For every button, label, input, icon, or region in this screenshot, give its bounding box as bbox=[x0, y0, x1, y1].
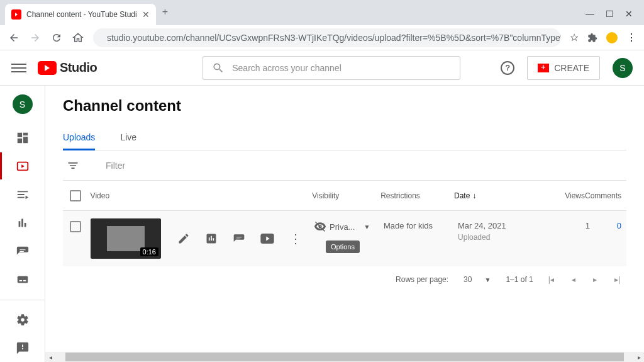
restrictions-cell: Made for kids bbox=[384, 221, 458, 230]
search-placeholder: Search across your channel bbox=[232, 63, 341, 73]
create-label: CREATE bbox=[554, 63, 589, 73]
window-controls: — ☐ ✕ bbox=[579, 9, 639, 25]
youtube-logo-icon bbox=[38, 61, 57, 75]
logo-text: Studio bbox=[60, 60, 97, 75]
extension-badge-icon[interactable] bbox=[606, 32, 618, 43]
next-page-icon[interactable]: ▸ bbox=[593, 275, 597, 284]
search-icon bbox=[212, 62, 225, 74]
col-comments: Comments bbox=[585, 191, 626, 200]
pagination: Rows per page: 30▼ 1–1 of 1 |◂ ◂ ▸ ▸| bbox=[63, 266, 626, 293]
sort-down-icon: ↓ bbox=[472, 191, 476, 200]
home-icon[interactable] bbox=[72, 31, 84, 44]
app-header: Studio Search across your channel ? CREA… bbox=[0, 50, 644, 86]
sidebar-item-dashboard[interactable] bbox=[0, 124, 45, 151]
youtube-watch-icon[interactable] bbox=[260, 234, 274, 244]
visibility-cell[interactable]: Priva... ▼ bbox=[314, 221, 384, 232]
table-header: Video Visibility Restrictions Date↓ View… bbox=[63, 181, 626, 211]
sidebar-item-feedback[interactable] bbox=[0, 335, 45, 362]
table-row[interactable]: 0:16 ⋮ Priva... ▼ Made for kids bbox=[63, 211, 626, 266]
tab-close-icon[interactable]: ✕ bbox=[142, 9, 150, 20]
create-video-icon bbox=[538, 64, 549, 72]
rows-per-page-label: Rows per page: bbox=[396, 275, 448, 284]
browser-tab[interactable]: Channel content - YouTube Studi ✕ bbox=[5, 4, 156, 25]
tab-uploads[interactable]: Uploads bbox=[63, 126, 95, 150]
filter-bar[interactable]: Filter bbox=[63, 150, 626, 181]
rows-per-page-select[interactable]: 30▼ bbox=[464, 275, 491, 284]
filter-label: Filter bbox=[106, 161, 125, 171]
back-icon[interactable] bbox=[8, 31, 20, 44]
forward-icon[interactable] bbox=[29, 31, 42, 44]
close-icon[interactable]: ✕ bbox=[625, 9, 633, 19]
url-bar[interactable]: studio.youtube.com/channel/UCsvGxwpnFRsN… bbox=[93, 28, 561, 47]
filter-icon bbox=[67, 159, 79, 172]
date-cell: Mar 24, 2021 Uploaded bbox=[458, 221, 540, 242]
prev-page-icon[interactable]: ◂ bbox=[572, 275, 575, 284]
col-video: Video bbox=[88, 191, 313, 200]
video-duration: 0:16 bbox=[140, 247, 158, 256]
browser-tab-strip: Channel content - YouTube Studi ✕ + — ☐ … bbox=[0, 0, 644, 25]
horizontal-scrollbar[interactable]: ◂ ▸ bbox=[45, 352, 644, 362]
scroll-right-icon[interactable]: ▸ bbox=[634, 354, 644, 361]
url-text: studio.youtube.com/channel/UCsvGxwpnFRsN… bbox=[107, 33, 561, 43]
sidebar-item-subtitles[interactable] bbox=[0, 266, 45, 293]
first-page-icon[interactable]: |◂ bbox=[548, 275, 554, 284]
svg-rect-1 bbox=[17, 276, 28, 283]
avatar[interactable]: S bbox=[613, 58, 633, 78]
scroll-left-icon[interactable]: ◂ bbox=[45, 354, 55, 361]
options-icon[interactable]: ⋮ bbox=[289, 231, 302, 246]
select-all-checkbox[interactable] bbox=[70, 190, 81, 201]
help-icon[interactable]: ? bbox=[501, 61, 514, 75]
create-button[interactable]: CREATE bbox=[527, 56, 600, 80]
studio-logo[interactable]: Studio bbox=[38, 60, 97, 75]
views-cell: 1 bbox=[540, 221, 590, 230]
youtube-favicon bbox=[11, 9, 21, 20]
sidebar-item-settings[interactable] bbox=[0, 307, 45, 334]
svg-rect-2 bbox=[19, 280, 22, 281]
last-page-icon[interactable]: ▸| bbox=[614, 275, 620, 284]
sidebar-item-playlists[interactable] bbox=[0, 181, 45, 208]
sidebar-item-analytics[interactable] bbox=[0, 210, 45, 237]
col-views: Views bbox=[535, 191, 585, 200]
menu-dots-icon[interactable]: ⋮ bbox=[626, 31, 636, 43]
star-icon[interactable]: ☆ bbox=[570, 31, 579, 43]
col-visibility: Visibility bbox=[312, 191, 380, 200]
minimize-icon[interactable]: — bbox=[586, 9, 594, 19]
col-restrictions: Restrictions bbox=[380, 191, 454, 200]
sidebar-item-comments[interactable] bbox=[0, 238, 45, 265]
sidebar-item-content[interactable] bbox=[0, 152, 45, 179]
scrollbar-thumb[interactable] bbox=[65, 353, 624, 361]
main-content: Channel content Uploads Live Filter Vide… bbox=[45, 86, 644, 362]
reload-icon[interactable] bbox=[50, 31, 63, 44]
maximize-icon[interactable]: ☐ bbox=[606, 9, 614, 19]
options-tooltip: Options bbox=[326, 240, 360, 253]
video-thumbnail[interactable]: 0:16 bbox=[91, 218, 161, 259]
sidebar: S bbox=[0, 86, 45, 362]
hamburger-icon[interactable] bbox=[11, 60, 26, 76]
analytics-icon[interactable] bbox=[205, 232, 218, 245]
comments-icon[interactable] bbox=[233, 232, 245, 245]
chevron-down-icon: ▼ bbox=[364, 223, 370, 230]
edit-icon[interactable] bbox=[177, 232, 190, 245]
extensions-icon[interactable] bbox=[587, 33, 597, 43]
search-input[interactable]: Search across your channel bbox=[203, 56, 460, 80]
browser-toolbar: studio.youtube.com/channel/UCsvGxwpnFRsN… bbox=[0, 25, 644, 50]
tab-title: Channel content - YouTube Studi bbox=[26, 10, 137, 19]
page-title: Channel content bbox=[63, 97, 626, 115]
tab-live[interactable]: Live bbox=[120, 126, 136, 150]
col-date[interactable]: Date↓ bbox=[454, 191, 535, 200]
new-tab-button[interactable]: + bbox=[156, 3, 174, 21]
svg-rect-3 bbox=[23, 280, 26, 281]
content-tabs: Uploads Live bbox=[63, 126, 626, 150]
channel-avatar[interactable]: S bbox=[13, 94, 33, 114]
page-range: 1–1 of 1 bbox=[506, 275, 533, 284]
private-icon bbox=[314, 221, 326, 232]
chevron-down-icon: ▼ bbox=[484, 276, 491, 283]
row-checkbox[interactable] bbox=[70, 221, 81, 232]
comments-cell[interactable]: 0 bbox=[590, 221, 626, 230]
